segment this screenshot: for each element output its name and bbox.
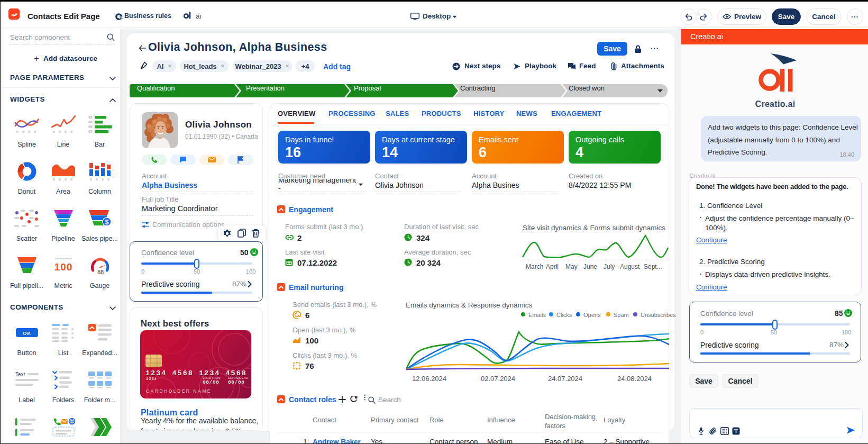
svg-text:Text: Text bbox=[15, 371, 25, 377]
svg-text:$: $ bbox=[105, 219, 108, 226]
svg-text:88: 88 bbox=[97, 269, 103, 275]
svg-text:OK: OK bbox=[22, 330, 31, 336]
svg-text:100: 100 bbox=[54, 261, 72, 273]
